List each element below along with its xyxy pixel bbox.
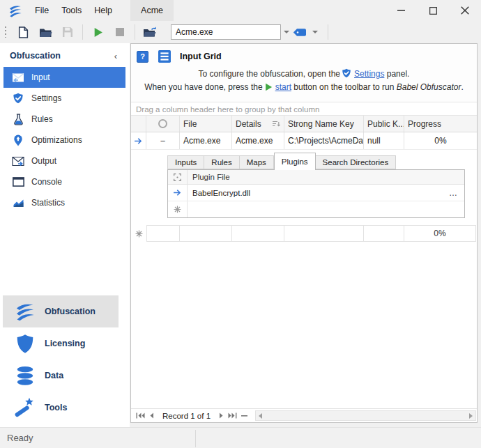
menu-help[interactable]: Help (88, 0, 119, 21)
column-header-plugin-file[interactable]: Plugin File (188, 173, 230, 181)
new-row-cell[interactable] (146, 225, 180, 242)
sidebar-item-rules[interactable]: Rules (3, 109, 125, 130)
close-button[interactable] (449, 0, 481, 21)
last-record-button[interactable] (228, 412, 237, 419)
sidebar-item-label: Optimizations (31, 135, 82, 145)
column-header-progress[interactable]: Progress (404, 116, 477, 132)
browse-ellipsis-button[interactable]: … (449, 188, 464, 198)
cell-file[interactable]: Acme.exe (180, 132, 232, 149)
collapse-chevron-icon[interactable]: ‹ (114, 52, 117, 61)
scroll-right-icon[interactable] (469, 413, 473, 419)
new-row-cell[interactable] (284, 225, 364, 242)
sidebar-item-optimizations[interactable]: Optimizations (3, 130, 125, 150)
toolbar-separator (82, 24, 83, 40)
chevron-down-icon (284, 31, 289, 33)
window-controls (385, 0, 481, 21)
collapse-navigator-button[interactable] (241, 415, 247, 417)
nav-item-tools[interactable]: Tools (3, 392, 119, 424)
cell-public-key[interactable]: null (364, 132, 404, 149)
collapse-detail-button[interactable]: − (146, 132, 180, 149)
next-record-button[interactable] (219, 412, 224, 419)
document-tab[interactable]: Acme (130, 0, 174, 21)
sidebar-item-input[interactable]: Input (3, 67, 125, 88)
sidebar-item-settings[interactable]: Settings (3, 88, 125, 109)
column-header-file[interactable]: File (180, 116, 232, 132)
toolbar (0, 21, 481, 43)
table-row[interactable]: − Acme.exe Acme.exe C:\Projects\AcmeDat.… (131, 132, 477, 150)
start-obfuscation-button[interactable] (89, 23, 107, 41)
chevron-down-icon (312, 31, 318, 33)
tag-dropdown-button[interactable] (309, 24, 321, 40)
status-column-header[interactable] (146, 116, 180, 132)
toolbar-grip-handle[interactable] (3, 26, 8, 38)
status-circle-icon (158, 119, 167, 128)
sidebar: Obfuscation ‹ Input Settings (0, 43, 130, 427)
tab-inputs[interactable]: Inputs (167, 155, 204, 169)
instruction-line-2: When you have done, press thestart butto… (131, 82, 477, 92)
select-all-cell[interactable] (168, 170, 188, 184)
scroll-left-icon[interactable] (259, 413, 262, 419)
menu-file[interactable]: File (29, 0, 55, 21)
group-by-panel[interactable]: Drag a column header here to group by th… (131, 103, 477, 115)
grid-new-row[interactable]: 0% (131, 225, 477, 242)
sidebar-group-title: Obfuscation (10, 51, 61, 61)
add-assembly-button[interactable] (141, 23, 159, 41)
new-project-button[interactable] (14, 23, 32, 41)
maximize-button[interactable] (417, 0, 449, 21)
sidebar-item-output[interactable]: Output (3, 150, 125, 171)
nav-item-data[interactable]: Data (3, 360, 119, 392)
cell-details[interactable]: Acme.exe (232, 132, 284, 149)
sidebar-item-statistics[interactable]: Statistics (3, 192, 125, 213)
open-project-button[interactable] (36, 23, 54, 41)
nav-item-obfuscation[interactable]: Obfuscation (3, 295, 119, 327)
new-row-cell[interactable] (232, 225, 284, 242)
new-row-cell[interactable] (180, 225, 232, 242)
sidebar-item-label: Rules (31, 114, 53, 124)
settings-link[interactable]: Settings (354, 69, 384, 79)
save-icon (62, 26, 73, 38)
plugin-row[interactable]: BabelEncrypt.dll … (168, 185, 464, 201)
tab-plugins[interactable]: Plugins (274, 153, 316, 170)
nav-item-licensing[interactable]: Licensing (3, 327, 119, 360)
plugin-new-row[interactable] (168, 201, 464, 217)
minimize-button[interactable] (385, 0, 417, 21)
cell-strong-name-key[interactable]: C:\Projects\AcmeDat... (284, 132, 364, 149)
status-text: Ready (7, 433, 33, 443)
assembly-combobox-dropdown-button[interactable] (284, 25, 289, 39)
tab-search-directories[interactable]: Search Directories (316, 155, 397, 169)
sidebar-item-label: Output (31, 156, 56, 166)
record-navigator: Record 1 of 1 (131, 408, 477, 422)
status-bar: Ready (0, 427, 481, 448)
start-link[interactable]: start (275, 82, 291, 92)
assembly-combobox-input[interactable] (171, 25, 284, 39)
console-window-icon (11, 177, 25, 187)
nav-item-label: Tools (45, 403, 67, 412)
cell-plugin-file[interactable]: BabelEncrypt.dll (188, 189, 250, 197)
save-project-button[interactable] (59, 23, 77, 41)
detail-tabs: Inputs Rules Maps Plugins Search Directo… (167, 155, 396, 170)
menu-tools[interactable]: Tools (55, 0, 88, 21)
column-header-public-key[interactable]: Public K... (364, 116, 404, 132)
tab-maps[interactable]: Maps (240, 155, 274, 169)
previous-record-button[interactable] (149, 412, 154, 419)
status-bar-divider (195, 430, 196, 447)
column-header-details[interactable]: Details (232, 116, 284, 132)
help-button[interactable]: ? (137, 51, 148, 63)
tag-button[interactable] (291, 24, 309, 40)
horizontal-scrollbar[interactable] (255, 410, 476, 421)
tab-rules[interactable]: Rules (204, 155, 239, 169)
grid-list-icon (158, 50, 171, 63)
play-icon (264, 83, 273, 91)
column-header-strong-name-key[interactable]: Strong Name Key (284, 116, 364, 132)
assembly-combobox[interactable] (171, 24, 281, 40)
close-icon (461, 6, 469, 15)
instruction-line-1: To configure the obfuscation, open theSe… (131, 68, 477, 79)
toolbar-separator (328, 24, 328, 40)
new-row-cell[interactable] (364, 225, 404, 242)
sidebar-item-console[interactable]: Console (3, 171, 125, 192)
page-title: Input Grid (180, 52, 222, 61)
flask-icon (11, 114, 25, 125)
first-record-button[interactable] (136, 412, 145, 419)
stop-obfuscation-button[interactable] (111, 23, 129, 41)
licensing-shield-icon (13, 334, 38, 354)
